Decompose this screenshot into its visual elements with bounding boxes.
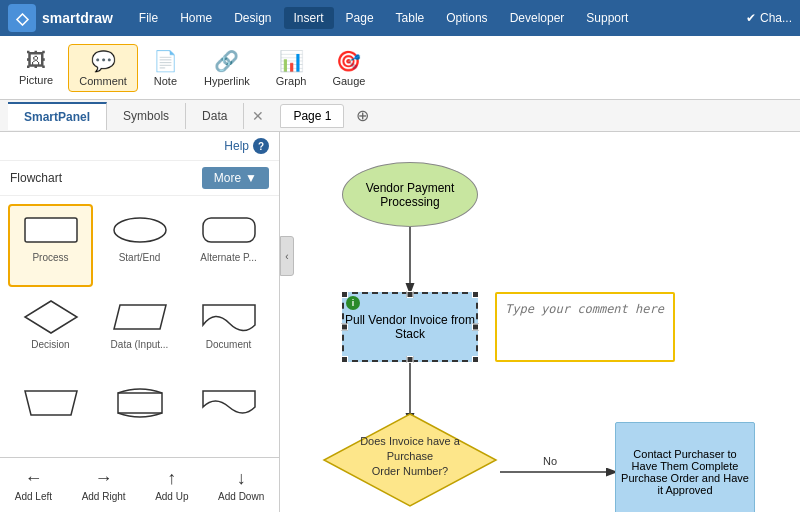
gauge-icon: 🎯 [336,49,361,73]
help-link[interactable]: Help ? [224,138,269,154]
shape-manual-op[interactable] [8,377,93,449]
more-chevron-icon: ▼ [245,171,257,185]
vendor-payment-text: Vendor Payment Processing [343,181,477,209]
decision-shape-label: Decision [31,339,69,350]
flowchart-bar: Flowchart More ▼ [0,161,279,196]
main-layout: Help ? Flowchart More ▼ Process [0,132,800,512]
hyperlink-icon: 🔗 [214,49,239,73]
does-invoice-text-line1: Does Invoice have a [360,435,461,447]
contact-purchaser-node[interactable]: Contact Purchaser to Have Them Complete … [615,422,755,512]
canvas[interactable]: No Yes Vendor Payment Processing i [280,132,800,512]
shape-data-input[interactable]: Data (Input... [97,291,182,374]
add-right-arrow-icon: → [95,468,113,489]
shape-alternate-p[interactable]: Alternate P... [186,204,271,287]
decision-svg: Does Invoice have a Purchase Order Numbe… [320,410,500,510]
shape-decision[interactable]: Decision [8,291,93,374]
left-panel: Help ? Flowchart More ▼ Process [0,132,280,512]
handle-mr [472,324,479,331]
decision-shape-svg [21,299,81,335]
add-left-arrow-icon: ← [24,468,42,489]
add-left-button[interactable]: ← Add Left [7,464,60,506]
hyperlink-label: Hyperlink [204,75,250,87]
menu-table[interactable]: Table [386,7,435,29]
shape-process[interactable]: Process [8,204,93,287]
hyperlink-button[interactable]: 🔗 Hyperlink [193,44,261,92]
comment-textarea[interactable] [505,302,665,352]
add-right-label: Add Right [82,491,126,502]
pull-invoice-text: Pull Vendor Invoice from Stack [344,313,476,341]
wavy-shape-svg [199,385,259,421]
menu-page[interactable]: Page [336,7,384,29]
add-page-button[interactable]: ⊕ [348,102,377,129]
graph-button[interactable]: 📊 Graph [265,44,318,92]
start-end-shape-label: Start/End [119,252,161,263]
handle-bl [341,356,348,363]
decision-node[interactable]: Does Invoice have a Purchase Order Numbe… [320,410,500,510]
note-icon: 📄 [153,49,178,73]
handle-tl [341,291,348,298]
menu-design[interactable]: Design [224,7,281,29]
menu-right-text: Cha... [760,11,792,25]
menu-support[interactable]: Support [576,7,638,29]
menu-developer[interactable]: Developer [500,7,575,29]
add-up-button[interactable]: ↑ Add Up [147,464,196,506]
svg-marker-3 [25,301,77,333]
svg-rect-6 [118,393,162,413]
process-shape-svg [21,212,81,248]
panel-header: Help ? [0,132,279,161]
gauge-button[interactable]: 🎯 Gauge [321,44,376,92]
svg-rect-0 [25,218,77,242]
no-label: No [543,455,557,467]
manual-op-shape-svg [21,385,81,421]
menu-insert[interactable]: Insert [284,7,334,29]
svg-marker-4 [114,305,166,329]
menu-options[interactable]: Options [436,7,497,29]
flowchart-label: Flowchart [10,171,62,185]
vendor-payment-node[interactable]: Vendor Payment Processing [342,162,478,227]
tabs-row: SmartPanel Symbols Data ✕ Page 1 ⊕ [0,100,800,132]
note-button[interactable]: 📄 Note [142,44,189,92]
svg-point-1 [114,218,166,242]
more-label: More [214,171,241,185]
more-button[interactable]: More ▼ [202,167,269,189]
tab-data[interactable]: Data [186,103,244,129]
menu-file[interactable]: File [129,7,168,29]
add-right-button[interactable]: → Add Right [74,464,134,506]
comment-button[interactable]: 💬 Comment [68,44,138,92]
page-1-tab[interactable]: Page 1 [280,104,344,128]
svg-rect-2 [203,218,255,242]
note-label: Note [154,75,177,87]
shape-document[interactable]: Document [186,291,271,374]
alternate-p-shape-svg [199,212,259,248]
svg-marker-5 [25,391,77,415]
does-invoice-text-line3: Order Number? [372,465,448,477]
add-down-label: Add Down [218,491,264,502]
logo-icon: ◇ [8,4,36,32]
handle-bm [407,356,414,363]
tab-smartpanel[interactable]: SmartPanel [8,102,107,130]
info-icon: i [346,296,360,310]
pull-invoice-node[interactable]: i Pull Vendor Invoice from Stack [342,292,478,362]
picture-button[interactable]: 🖼 Picture [8,44,64,91]
help-icon: ? [253,138,269,154]
logo[interactable]: ◇ smartdraw [8,4,113,32]
bottom-nav: ← Add Left → Add Right ↑ Add Up ↓ Add Do… [0,457,279,512]
handle-ml [341,324,348,331]
gauge-label: Gauge [332,75,365,87]
help-label: Help [224,139,249,153]
menu-home[interactable]: Home [170,7,222,29]
tab-symbols[interactable]: Symbols [107,103,186,129]
shape-wavy[interactable] [186,377,271,449]
add-down-button[interactable]: ↓ Add Down [210,464,272,506]
tab-close[interactable]: ✕ [244,108,272,124]
shape-cylinder[interactable] [97,377,182,449]
data-input-shape-label: Data (Input... [111,339,169,350]
graph-icon: 📊 [279,49,304,73]
shapes-grid: Process Start/End Alternate P... [0,196,279,457]
comment-icon: 💬 [91,49,116,73]
handle-tm [407,291,414,298]
collapse-panel-button[interactable]: ‹ [280,236,294,276]
start-end-shape-svg [110,212,170,248]
shape-start-end[interactable]: Start/End [97,204,182,287]
comment-box[interactable] [495,292,675,362]
